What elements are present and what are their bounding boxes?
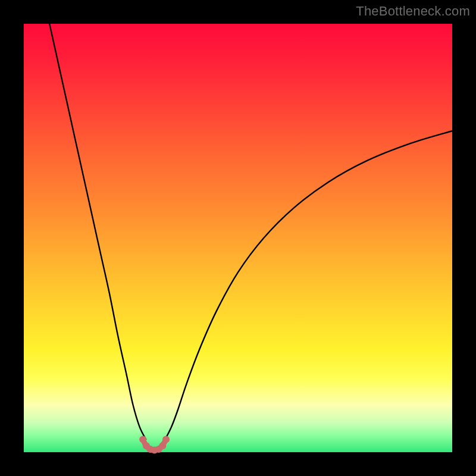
chart-frame: TheBottleneck.com xyxy=(0,0,476,476)
marker-dot xyxy=(139,436,146,443)
series-layer xyxy=(49,24,452,450)
marker-dot xyxy=(159,442,166,449)
series-right-curve xyxy=(165,131,452,439)
chart-svg xyxy=(24,24,452,452)
watermark-text: TheBottleneck.com xyxy=(356,4,470,19)
series-left-curve xyxy=(49,24,146,439)
plot-area xyxy=(24,24,452,452)
marker-dot xyxy=(162,436,170,443)
markers-layer xyxy=(139,436,170,453)
